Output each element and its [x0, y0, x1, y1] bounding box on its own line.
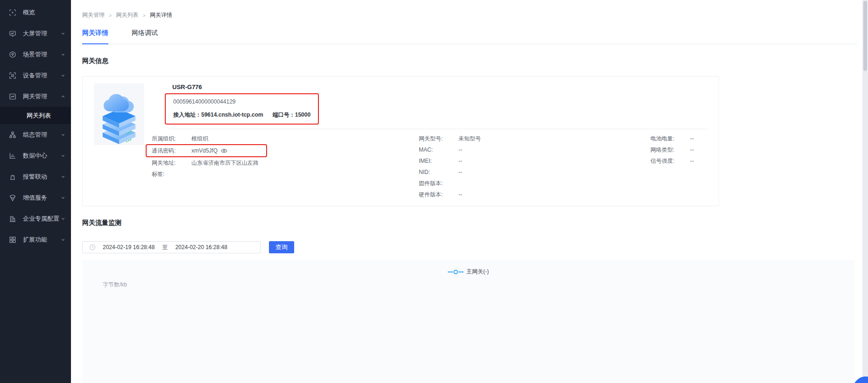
chevron-down-icon	[61, 237, 65, 242]
tab-gateway-detail[interactable]: 网关详情	[82, 29, 108, 44]
enterprise-icon	[9, 215, 16, 223]
gateway-info-card: USR-G776 00059614000000044129 接入地址：59614…	[82, 76, 719, 206]
field-value: 山东省济南市历下区山左路	[191, 159, 259, 167]
field-label: 硬件版本:	[419, 191, 459, 199]
sidebar-item-overview[interactable]: 概览	[0, 2, 71, 23]
sidebar-item-label: 企业专属配置	[23, 215, 61, 223]
field-value: --	[459, 169, 462, 175]
sidebar-item-label: 组态管理	[23, 131, 61, 139]
field-gateway-address: 网关地址: 山东省济南市历下区山左路	[152, 157, 419, 168]
main-content: 网关管理 > 网关列表 > 网关详情 网关详情 网络调试 网关信息	[71, 0, 868, 383]
field-value: --	[459, 191, 462, 198]
gateway-model-name: USR-G776	[172, 84, 707, 91]
alarm-icon	[9, 173, 16, 181]
field-label: 网络类型:	[650, 146, 690, 154]
chevron-down-icon	[61, 216, 65, 221]
scene-icon	[9, 51, 16, 58]
field-tags: 标签:	[152, 168, 419, 180]
field-value: 根组织	[191, 135, 208, 143]
chevron-down-icon	[61, 31, 65, 36]
gateway-info-title: 网关信息	[82, 57, 868, 65]
field-label: 通讯密码:	[152, 147, 191, 155]
sidebar-item-value-services[interactable]: 增值服务	[0, 187, 71, 208]
extension-icon	[9, 236, 16, 244]
sidebar-item-gateway-list[interactable]: 网关列表	[0, 107, 71, 124]
config-icon	[9, 131, 16, 139]
highlight-box-access: 00059614000000044129 接入地址：59614.cnsh.iot…	[165, 93, 319, 125]
clock-icon	[89, 244, 96, 251]
gateway-illustration	[94, 84, 144, 145]
field-label: 所属组织:	[152, 135, 191, 143]
legend-line-circle-icon	[448, 270, 464, 274]
chevron-down-icon	[61, 132, 65, 137]
gateway-icon	[9, 93, 16, 100]
card-divider	[169, 129, 707, 129]
sidebar-item-label: 报警联动	[23, 173, 61, 181]
breadcrumb-separator: >	[109, 13, 112, 18]
scrollbar-thumb[interactable]	[863, 1, 867, 71]
query-button[interactable]: 查询	[269, 241, 294, 253]
tab-bar: 网关详情 网络调试	[82, 29, 857, 44]
sidebar-item-device-mgmt[interactable]: 设备管理	[0, 65, 71, 86]
field-label: NID:	[419, 169, 459, 175]
breadcrumb-current: 网关详情	[150, 11, 172, 19]
tab-network-debug[interactable]: 网络调试	[132, 29, 158, 44]
date-end-value[interactable]: 2024-02-20 16:28:48	[175, 244, 227, 251]
y-axis-label: 字节数/kb	[103, 281, 854, 289]
scrollbar[interactable]	[862, 0, 868, 383]
sidebar-item-alarm-linkage[interactable]: 报警联动	[0, 166, 71, 187]
field-label: 固件版本:	[419, 180, 459, 188]
date-range-picker[interactable]: 2024-02-19 16:28:48 至 2024-02-20 16:28:4…	[82, 241, 261, 253]
field-label: 信号强度:	[650, 157, 690, 165]
field-org: 所属组织: 根组织	[152, 133, 419, 144]
breadcrumb: 网关管理 > 网关列表 > 网关详情	[82, 11, 868, 19]
sidebar-item-config-mgmt[interactable]: 组态管理	[0, 124, 71, 145]
device-icon	[9, 72, 16, 79]
sidebar-item-label: 设备管理	[23, 71, 61, 80]
field-value: 未知型号	[459, 135, 481, 143]
field-label: 网关地址:	[152, 159, 191, 167]
chevron-down-icon	[61, 195, 65, 200]
sidebar-item-label: 场景管理	[23, 50, 61, 59]
breadcrumb-gateway-mgmt[interactable]: 网关管理	[82, 11, 105, 19]
field-imei: IMEI: --	[419, 155, 650, 167]
chart-legend[interactable]: 主网关(-)	[82, 260, 854, 276]
overview-icon	[9, 9, 16, 16]
sidebar-item-extensions[interactable]: 扩展功能	[0, 229, 71, 250]
chevron-down-icon	[61, 52, 65, 57]
sidebar-item-enterprise-config[interactable]: 企业专属配置	[0, 208, 71, 229]
value-service-icon	[9, 194, 16, 202]
breadcrumb-gateway-list[interactable]: 网关列表	[116, 11, 138, 19]
field-battery: 电池电量: --	[650, 133, 707, 144]
sidebar-item-scene-mgmt[interactable]: 场景管理	[0, 44, 71, 65]
field-label: IMEI:	[419, 158, 459, 164]
field-signal-strength: 信号强度: --	[650, 155, 707, 167]
sidebar-item-screen-mgmt[interactable]: 大屏管理	[0, 23, 71, 44]
sidebar-item-label: 概览	[23, 8, 65, 17]
chevron-down-icon	[61, 73, 65, 78]
field-value: --	[690, 146, 694, 153]
field-gateway-model: 网关型号: 未知型号	[419, 133, 650, 144]
field-value: xmVd5JfQ	[191, 147, 218, 154]
field-value: --	[690, 158, 694, 164]
sidebar-item-label: 大屏管理	[23, 29, 61, 38]
eye-icon[interactable]	[221, 148, 227, 153]
gateway-fields-col1: 所属组织: 根组织 通讯密码: xmVd5JfQ 网关地址:	[152, 133, 419, 200]
sidebar-item-data-center[interactable]: 数据中心	[0, 145, 71, 166]
port-value: 15000	[295, 111, 311, 118]
sidebar-item-gateway-mgmt[interactable]: 网关管理	[0, 86, 71, 107]
field-network-type: 网络类型: --	[650, 144, 707, 155]
field-label: 电池电量:	[650, 135, 690, 143]
field-value: --	[690, 135, 694, 142]
gateway-serial: 00059614000000044129	[173, 98, 311, 105]
field-value: --	[459, 146, 462, 153]
port-label: 端口号：	[273, 111, 295, 118]
traffic-monitor-title: 网关流量监测	[82, 219, 868, 227]
sidebar-subitem-label: 网关列表	[27, 111, 51, 120]
date-start-value[interactable]: 2024-02-19 16:28:48	[103, 244, 155, 251]
sidebar-item-label: 网关管理	[23, 92, 61, 101]
field-firmware: 固件版本:	[419, 178, 650, 189]
sidebar: 概览 大屏管理 场景管理 设备管理 网关管理	[0, 0, 71, 383]
field-value: --	[459, 158, 462, 164]
field-mac: MAC: --	[419, 144, 650, 155]
